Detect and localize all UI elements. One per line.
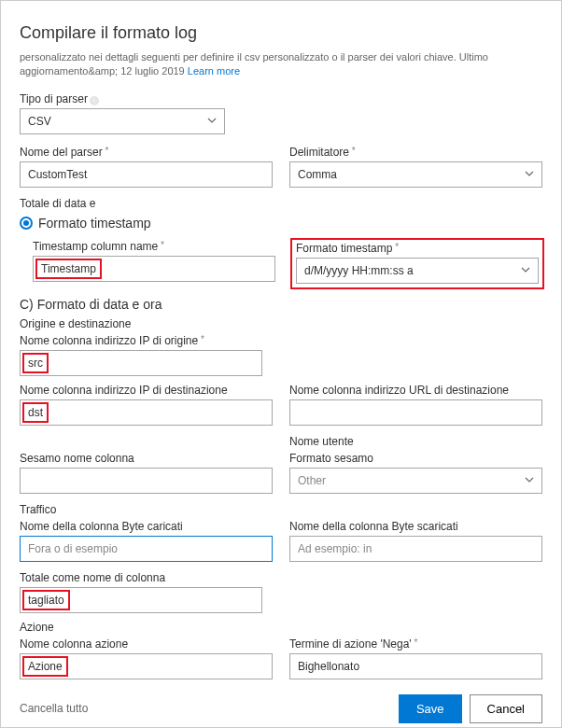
chevron-down-icon	[525, 168, 534, 181]
action-col-label: Nome colonna azione	[20, 637, 273, 651]
ts-fmt-select[interactable]: d/M/yyyy HH:mm:ss a	[296, 258, 539, 284]
ts-col-label: Timestamp column name	[33, 240, 275, 253]
deny-term-input[interactable]	[289, 653, 542, 679]
chevron-down-icon	[207, 115, 217, 128]
action-col-input[interactable]: Azione	[20, 653, 273, 679]
bytes-up-input[interactable]	[20, 536, 273, 562]
page-subtitle: personalizzato nei dettagli seguenti per…	[20, 50, 542, 79]
sesame-col-input[interactable]	[20, 468, 273, 494]
timestamp-format-radio-label: Formato timestamp	[38, 216, 151, 231]
origin-dest-heading: Origine e destinazione	[20, 317, 542, 330]
traffic-heading: Traffico	[20, 503, 542, 516]
action-heading: Azione	[20, 621, 542, 634]
dst-ip-input[interactable]: dst	[20, 399, 273, 426]
parser-name-label: Nome del parser	[20, 146, 273, 159]
ts-fmt-label: Formato timestamp	[296, 242, 539, 255]
cancel-button[interactable]: Cancel	[470, 694, 542, 723]
learn-more-link[interactable]: Learn more	[188, 65, 240, 77]
save-button[interactable]: Save	[399, 694, 462, 723]
page-title: Compilare il formato log	[20, 23, 542, 43]
deny-term-label: Termine di azione 'Nega'	[289, 637, 542, 651]
ts-col-input[interactable]: Timestamp	[33, 256, 275, 282]
src-ip-label: Nome colonna indirizzo IP di origine	[20, 334, 542, 347]
total-col-input[interactable]: tagliato	[20, 587, 262, 613]
chevron-down-icon	[525, 474, 534, 487]
parser-type-select[interactable]: CSV	[20, 108, 225, 134]
total-data-label: Totale di data e	[20, 197, 542, 210]
parser-name-input[interactable]	[20, 161, 273, 188]
info-icon: i	[90, 96, 99, 105]
total-col-label: Totale come nome di colonna	[20, 571, 542, 584]
parser-type-label: Tipo di parseri	[20, 92, 542, 105]
timestamp-format-radio[interactable]	[20, 217, 33, 230]
username-heading: Nome utente	[289, 435, 354, 448]
delimiter-select[interactable]: Comma	[289, 161, 542, 188]
delimiter-label: Delimitatore	[289, 146, 542, 159]
sesame-col-label: Sesamo nome colonna	[20, 452, 273, 465]
dst-ip-label: Nome colonna indirizzo IP di destinazion…	[20, 384, 273, 397]
src-ip-input[interactable]: src	[20, 350, 262, 376]
bytes-down-input[interactable]	[289, 536, 542, 562]
dst-url-label: Nome colonna indirizzo URL di destinazio…	[289, 384, 542, 397]
bytes-down-label: Nome della colonna Byte scaricati	[289, 520, 542, 533]
clear-all-link[interactable]: Cancella tutto	[20, 702, 88, 715]
chevron-down-icon	[521, 264, 530, 277]
section-c-heading: C) Formato di data e ora	[20, 297, 542, 312]
bytes-up-label: Nome della colonna Byte caricati	[20, 520, 273, 533]
sesame-fmt-label: Formato sesamo	[289, 452, 542, 465]
sesame-fmt-select[interactable]: Other	[289, 468, 542, 494]
dst-url-input[interactable]	[289, 399, 542, 426]
